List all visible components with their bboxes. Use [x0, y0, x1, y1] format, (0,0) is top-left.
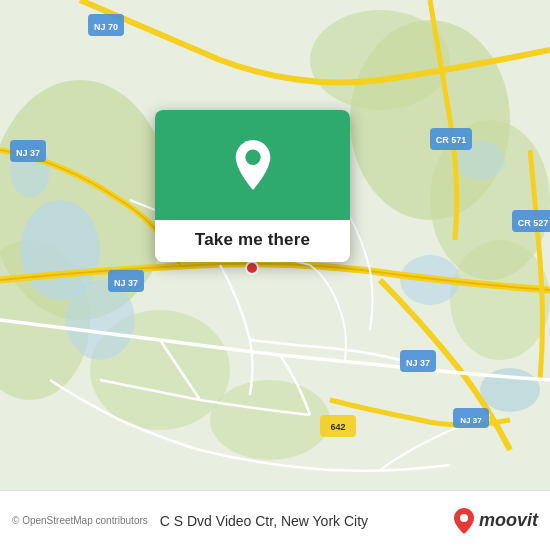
svg-point-6	[310, 10, 450, 110]
map-container: NJ 70 NJ 37 NJ 37 NJ 37 CR 571 CR 527 64…	[0, 0, 550, 490]
svg-point-32	[245, 150, 260, 165]
moovit-text: moovit	[479, 510, 538, 531]
svg-point-5	[450, 240, 550, 360]
svg-text:NJ 37: NJ 37	[406, 358, 430, 368]
location-pin-icon	[231, 138, 275, 192]
popup-green-area	[155, 110, 350, 220]
svg-text:642: 642	[330, 422, 345, 432]
take-me-there-button[interactable]: Take me there	[195, 230, 310, 250]
svg-text:CR 571: CR 571	[436, 135, 467, 145]
svg-text:CR 527: CR 527	[518, 218, 549, 228]
svg-point-31	[246, 262, 258, 274]
svg-text:NJ 37: NJ 37	[460, 416, 482, 425]
moovit-pin-icon	[452, 507, 476, 535]
osm-attribution: © OpenStreetMap contributors	[12, 515, 148, 526]
popup-card: Take me there	[155, 110, 350, 262]
svg-text:NJ 37: NJ 37	[16, 148, 40, 158]
svg-point-33	[460, 514, 468, 522]
svg-point-8	[210, 380, 330, 460]
moovit-logo: moovit	[452, 507, 538, 535]
bottom-bar: © OpenStreetMap contributors C S Dvd Vid…	[0, 490, 550, 550]
svg-text:NJ 70: NJ 70	[94, 22, 118, 32]
popup-button-area[interactable]: Take me there	[155, 220, 350, 262]
svg-text:NJ 37: NJ 37	[114, 278, 138, 288]
copyright-symbol: © OpenStreetMap contributors	[12, 515, 148, 526]
location-title: C S Dvd Video Ctr, New York City	[160, 513, 368, 529]
